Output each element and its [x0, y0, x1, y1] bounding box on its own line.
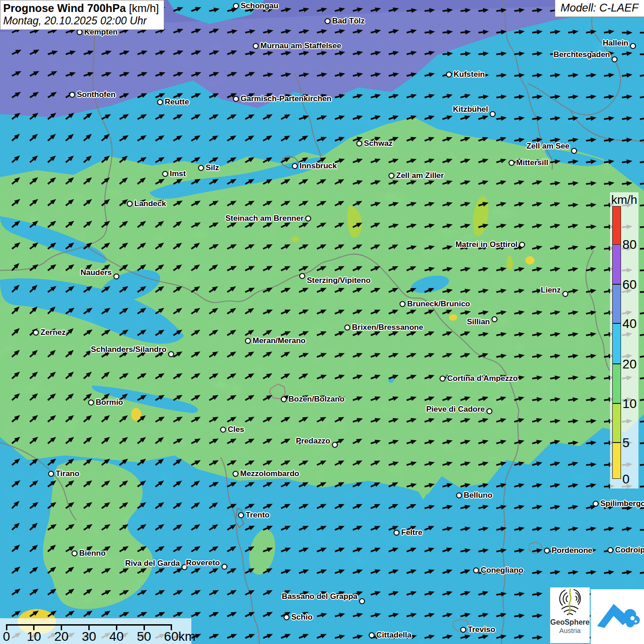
- city-layer: SchongauBad TölzKemptenMurnau am Staffel…: [0, 0, 644, 644]
- city-marker: [69, 92, 75, 98]
- city-label: Pieve di Cadore: [426, 405, 485, 414]
- wind-speed-legend: km/h 806040201050: [610, 192, 638, 489]
- city-label: Riva del Garda: [125, 559, 180, 568]
- model-box: Modell: C-LAEF: [555, 0, 644, 17]
- city-label: Bienno: [79, 549, 106, 558]
- legend-segment-80+: [612, 206, 621, 245]
- city-marker: [233, 471, 239, 477]
- city-marker: [253, 43, 259, 49]
- legend-tick-label: 10: [622, 397, 637, 411]
- scale-bar-label: 0: [3, 629, 10, 644]
- city-marker: [359, 598, 365, 604]
- title-box: Prognose Wind 700hPa [km/h] Montag, 20.1…: [0, 0, 164, 30]
- wind-forecast-map: SchongauBad TölzKemptenMurnau am Staffel…: [0, 0, 644, 644]
- city-label: Cles: [228, 425, 244, 434]
- city-label: Garmisch-Partenkirchen: [241, 94, 331, 104]
- city-marker: [114, 274, 120, 280]
- city-marker: [238, 512, 244, 518]
- city-label: Kufstein: [454, 70, 485, 79]
- city-marker: [356, 141, 362, 147]
- city-marker: [487, 408, 493, 414]
- city-label: Kitzbühel: [453, 105, 489, 114]
- city-marker: [292, 163, 298, 169]
- city-marker: [593, 501, 599, 507]
- geosphere-wordmark: GeoSphere: [550, 618, 590, 627]
- city-label: Imst: [170, 169, 186, 178]
- city-label: Lienz: [541, 286, 561, 295]
- city-marker: [233, 3, 239, 9]
- geosphere-country: Austria: [550, 627, 590, 634]
- city-label: Reutte: [165, 98, 189, 107]
- city-label: Schongau: [241, 1, 278, 11]
- city-marker: [284, 615, 290, 621]
- city-marker: [490, 111, 496, 117]
- legend-segment-20-40: [612, 323, 621, 364]
- city-marker: [33, 330, 39, 336]
- city-label: Spilimbergo: [600, 499, 644, 508]
- city-label: Conegliano: [481, 566, 523, 575]
- city-marker: [332, 442, 338, 448]
- city-label: Zernez: [40, 328, 66, 337]
- city-marker: [77, 29, 83, 35]
- city-marker: [440, 376, 446, 382]
- city-label: Schlanders/Silandro: [91, 345, 167, 354]
- city-marker: [400, 301, 406, 307]
- city-marker: [222, 564, 228, 570]
- city-marker: [198, 165, 204, 171]
- city-marker: [630, 43, 636, 49]
- city-marker: [325, 18, 331, 24]
- city-marker: [544, 548, 550, 554]
- city-marker: [345, 325, 351, 331]
- city-marker: [88, 400, 94, 406]
- city-label: Nauders: [80, 268, 112, 277]
- legend-tick-label: 80: [622, 237, 637, 252]
- city-label: Zell am See: [526, 142, 569, 151]
- city-marker: [456, 493, 462, 499]
- city-marker: [72, 551, 78, 557]
- geosphere-austria-logo: GeoSphere Austria: [550, 587, 590, 643]
- city-label: Zell am Ziller: [396, 171, 444, 180]
- city-label: Mittersill: [516, 158, 548, 167]
- scale-bar-label: 50: [137, 629, 151, 644]
- city-label: Schio: [291, 613, 312, 622]
- city-marker: [394, 530, 400, 536]
- legend-segment-10-20: [612, 364, 621, 403]
- city-label: Innsbruck: [299, 161, 337, 171]
- city-label: Belluno: [464, 491, 492, 500]
- city-marker: [460, 627, 466, 633]
- city-label: Cortina d'Ampezzo: [447, 374, 518, 383]
- city-label: Predazzo: [296, 437, 330, 446]
- city-marker: [127, 201, 133, 207]
- city-label: Hallein: [603, 39, 628, 48]
- city-label: Bormio: [96, 398, 123, 407]
- city-marker: [612, 57, 618, 63]
- legend-tick-label: 60: [622, 277, 637, 292]
- partner-logo: [591, 589, 644, 644]
- city-label: Silz: [206, 163, 219, 172]
- city-label: Sonthofen: [77, 90, 115, 99]
- city-marker: [389, 173, 395, 179]
- city-marker: [571, 148, 577, 154]
- legend-tick-label: 40: [622, 316, 637, 331]
- city-label: Tirano: [56, 469, 80, 478]
- city-marker: [245, 338, 251, 344]
- city-label: Bad Tölz: [332, 17, 365, 26]
- city-marker: [473, 568, 479, 574]
- city-label: Murnau am Staffelsee: [260, 41, 341, 51]
- city-marker: [162, 171, 168, 177]
- legend-title: km/h: [610, 193, 638, 207]
- city-label: Bruneck/Brunico: [407, 299, 470, 309]
- legend-tick-label: 0: [622, 472, 630, 487]
- city-marker: [220, 427, 226, 433]
- city-marker: [168, 351, 174, 357]
- legend-segment-40-60: [612, 284, 621, 323]
- city-label: Bozen/Bolzano: [288, 395, 345, 404]
- city-label: Landeck: [134, 199, 166, 208]
- city-marker: [492, 316, 498, 322]
- city-marker: [157, 99, 163, 105]
- city-label: Cittadella: [376, 631, 412, 640]
- city-label: Matrei in Osttirol: [455, 240, 518, 249]
- city-label: Mezzolombardo: [240, 469, 299, 478]
- scale-bar-label: 20: [54, 629, 69, 644]
- city-marker: [563, 291, 569, 297]
